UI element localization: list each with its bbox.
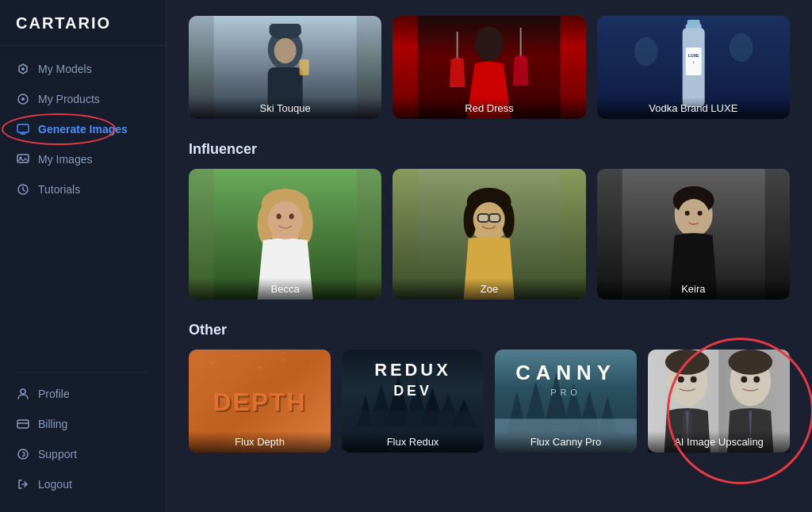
svg-point-38	[277, 214, 282, 220]
svg-point-58	[259, 366, 261, 369]
influencer-section-title: Influencer	[189, 141, 790, 158]
card-label-keira: Keira	[597, 278, 790, 300]
sidebar-label-generate-images: Generate Images	[38, 123, 128, 136]
sidebar-label-tutorials: Tutorials	[38, 183, 80, 196]
sidebar-label-profile: Profile	[38, 388, 70, 400]
card-label-becca: Becca	[189, 278, 381, 300]
sidebar-label-my-products: My Products	[38, 93, 100, 105]
svg-point-2	[21, 97, 25, 101]
svg-text:CANNY: CANNY	[515, 361, 616, 384]
sidebar-label-my-images: My Images	[38, 153, 92, 166]
sidebar-divider	[16, 372, 150, 373]
sidebar-nav: My Models My Products Generate Images	[0, 46, 166, 365]
sidebar-item-generate-images[interactable]: Generate Images	[0, 114, 166, 144]
svg-rect-18	[300, 59, 309, 75]
svg-point-91	[741, 376, 747, 383]
svg-rect-8	[17, 420, 29, 428]
svg-point-17	[274, 38, 297, 63]
svg-point-11	[22, 457, 23, 457]
svg-point-59	[282, 359, 284, 361]
svg-rect-47	[489, 214, 500, 222]
card-label-red-dress: Red Dress	[393, 97, 585, 119]
svg-point-0	[21, 67, 25, 71]
svg-text:LUXE: LUXE	[688, 53, 699, 58]
svg-point-60	[306, 362, 308, 365]
svg-point-20	[475, 26, 504, 61]
tutorials-icon	[16, 182, 30, 197]
sidebar-label-support: Support	[38, 448, 77, 460]
svg-text:DEPTH: DEPTH	[213, 388, 307, 416]
card-label-flux-canny-pro: Flux Canny Pro	[495, 431, 637, 453]
svg-point-86	[678, 376, 684, 383]
card-flux-depth[interactable]: DEPTH Flux Depth	[189, 350, 331, 453]
card-flux-canny-pro[interactable]: CANNY PRO Flux Canny Pro	[495, 350, 637, 453]
svg-text:REDUX: REDUX	[374, 360, 450, 380]
lifestyle-grid: Ski Touque	[189, 16, 790, 119]
images-icon	[16, 152, 30, 166]
svg-point-54	[697, 211, 702, 216]
support-icon	[16, 447, 30, 461]
svg-point-31	[729, 33, 753, 62]
sidebar: CARTARIO My Models My Products	[0, 0, 167, 512]
card-becca[interactable]: Becca	[189, 169, 381, 300]
card-keira[interactable]: Keira	[597, 169, 790, 300]
profile-icon	[16, 387, 30, 401]
card-ski-touque[interactable]: Ski Touque	[189, 16, 381, 119]
svg-rect-46	[478, 214, 489, 222]
sidebar-item-billing[interactable]: Billing	[0, 409, 166, 439]
sidebar-label-my-models: My Models	[38, 63, 92, 75]
svg-rect-16	[270, 24, 301, 36]
card-label-flux-depth: Flux Depth	[189, 431, 331, 453]
sidebar-item-tutorials[interactable]: Tutorials	[0, 174, 166, 204]
svg-text:DEV: DEV	[393, 383, 432, 399]
svg-point-52	[677, 199, 709, 234]
svg-point-87	[691, 376, 697, 383]
sidebar-item-logout[interactable]: Logout	[0, 469, 166, 499]
sidebar-item-support[interactable]: Support	[0, 439, 166, 469]
svg-rect-26	[687, 20, 699, 25]
card-flux-redux[interactable]: REDUX DEV Flux Redux	[342, 350, 484, 453]
card-label-vodka-brand-luxe: Vodka Brand LUXE	[597, 97, 790, 119]
card-zoe[interactable]: Zoe	[393, 169, 585, 300]
sidebar-bottom: Profile Billing Support	[0, 365, 166, 512]
svg-point-57	[236, 355, 237, 357]
card-ai-image-upscaling[interactable]: AI Image Upscaling	[648, 350, 790, 453]
svg-point-92	[753, 376, 760, 383]
card-label-ski-touque: Ski Touque	[189, 97, 381, 119]
logout-icon	[16, 477, 30, 491]
sidebar-label-billing: Billing	[38, 418, 67, 430]
svg-point-39	[289, 214, 294, 220]
generate-icon	[16, 122, 30, 136]
app-logo: CARTARIO	[0, 0, 166, 46]
card-label-ai-image-upscaling: AI Image Upscaling	[648, 431, 790, 453]
card-label-flux-redux: Flux Redux	[342, 431, 484, 453]
sidebar-label-logout: Logout	[38, 478, 72, 491]
svg-point-37	[268, 201, 303, 239]
main-content: Ski Touque	[167, 0, 812, 512]
sidebar-item-my-models[interactable]: My Models	[0, 54, 166, 84]
svg-point-10	[18, 449, 28, 459]
svg-rect-3	[17, 124, 29, 132]
svg-point-53	[684, 211, 689, 216]
sidebar-item-my-products[interactable]: My Products	[0, 84, 166, 114]
svg-point-90	[728, 350, 772, 375]
sidebar-item-profile[interactable]: Profile	[0, 379, 166, 409]
card-vodka-brand-luxe[interactable]: LUXE 1 Vodka Brand LUXE	[597, 16, 790, 119]
svg-point-7	[21, 389, 25, 394]
card-red-dress[interactable]: Red Dress	[393, 16, 585, 119]
sidebar-item-my-images[interactable]: My Images	[0, 144, 166, 174]
svg-point-30	[634, 37, 657, 66]
other-grid: DEPTH Flux Depth	[189, 350, 790, 453]
card-label-zoe: Zoe	[393, 278, 585, 300]
product-icon	[16, 92, 30, 106]
svg-text:PRO: PRO	[550, 388, 581, 397]
other-section-title: Other	[189, 322, 790, 338]
influencer-grid: Becca	[189, 169, 790, 300]
svg-point-85	[665, 350, 710, 375]
model-icon	[16, 62, 30, 76]
billing-icon	[16, 417, 30, 431]
svg-point-56	[211, 362, 213, 365]
